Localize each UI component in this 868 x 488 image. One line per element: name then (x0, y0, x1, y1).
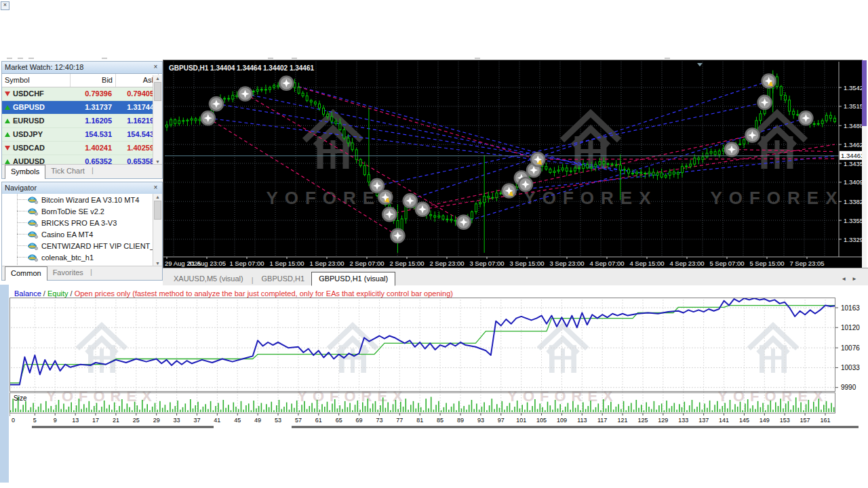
navigator-ea-item[interactable]: BRICKS PRO EA 3-V3 (2, 217, 153, 228)
price-direction-icon (5, 119, 10, 123)
svg-text:1.34355: 1.34355 (844, 160, 862, 167)
tab-xauusd-m5-visual[interactable]: XAUUSD,M5 (visual) (167, 272, 250, 285)
close-icon[interactable]: × (1, 1, 9, 10)
ask-value: 1.31744 (115, 101, 157, 114)
market-watch-scrollbar[interactable]: ▲ ▼ (153, 75, 162, 165)
price-direction-icon (5, 132, 10, 137)
tab-separator: | (89, 266, 94, 277)
tab-common[interactable]: Common (5, 266, 47, 281)
svg-text:49: 49 (254, 417, 261, 424)
ea-name-label: colenak_btc_h1 (41, 253, 94, 262)
svg-text:145: 145 (739, 417, 749, 424)
market-watch-rows: USDCHF 0.79396 0.79405 GBPUSD 1.31737 1.… (2, 87, 162, 169)
svg-text:10120: 10120 (841, 324, 860, 331)
svg-text:149: 149 (760, 417, 770, 424)
tab-gbpusd-h1[interactable]: GBPUSD,H1 (255, 272, 312, 285)
ask-value: 0.79405 (115, 87, 157, 100)
svg-text:YOFOREX: YOFOREX (46, 388, 157, 405)
close-icon[interactable]: × (151, 184, 160, 192)
market-watch-row[interactable]: EURUSD 1.16205 1.16219 (2, 115, 162, 128)
navigator-ea-item[interactable]: Bitcoin Wizard EA V3.10 MT4 (2, 194, 153, 205)
svg-text:1 Sep 07:00: 1 Sep 07:00 (229, 260, 264, 267)
svg-text:157: 157 (800, 417, 810, 424)
tab-favorites[interactable]: Favorites (47, 266, 89, 280)
market-watch-row[interactable]: USDCAD 1.40241 1.40259 (2, 142, 162, 155)
market-watch-row[interactable]: USDJPY 154.531 154.543 (2, 128, 162, 142)
tab-symbols[interactable]: Symbols (5, 165, 45, 179)
svg-text:77: 77 (396, 417, 403, 424)
svg-text:2 Sep 15:00: 2 Sep 15:00 (389, 260, 424, 267)
svg-text:41: 41 (214, 417, 220, 424)
ea-name-label: Casino EA MT4 (41, 230, 93, 239)
price-direction-icon (5, 159, 10, 164)
svg-text:9: 9 (54, 417, 57, 424)
scrollbar-thumb[interactable] (154, 201, 161, 220)
svg-text:5 Sep 07:00: 5 Sep 07:00 (709, 260, 744, 267)
navigator-ea-item[interactable]: CENTWIZARD HFT VIP CLIENT_ (2, 240, 153, 251)
svg-text:YOFOREX: YOFOREX (507, 388, 618, 405)
svg-text:57: 57 (295, 417, 302, 424)
svg-text:1.34461: 1.34461 (841, 152, 862, 159)
svg-text:10033: 10033 (841, 364, 860, 371)
expert-advisor-icon (28, 207, 38, 216)
svg-text:109: 109 (557, 417, 567, 424)
navigator-title: Navigator (5, 184, 37, 192)
svg-text:89: 89 (457, 417, 464, 424)
svg-text:7 Sep 23:05: 7 Sep 23:05 (789, 260, 824, 267)
tab-next-icon[interactable]: ► (852, 276, 863, 282)
market-watch-header: Symbol Bid Ask (2, 74, 162, 87)
svg-text:61: 61 (315, 417, 322, 424)
bid-value: 1.16205 (70, 115, 115, 127)
market-watch-row[interactable]: GBPUSD 1.31737 1.31744 (2, 101, 162, 115)
svg-text:29: 29 (153, 417, 160, 424)
tab-scroll-arrows: ◄► (841, 276, 863, 282)
tab-gbpusd-h1-visual[interactable]: GBPUSD,H1 (visual) (311, 272, 395, 286)
price-direction-icon (5, 146, 10, 150)
svg-text:2 Sep 07:00: 2 Sep 07:00 (349, 260, 384, 267)
svg-text:105: 105 (536, 417, 547, 424)
tab-prev-icon[interactable]: ◄ (841, 276, 852, 282)
window-scrollbar[interactable] (862, 60, 867, 268)
svg-text:31 Aug 23:05: 31 Aug 23:05 (188, 260, 226, 267)
scroll-down-icon[interactable]: ▼ (153, 261, 162, 266)
navigator-ea-item[interactable]: colenak_btc_h1 (2, 251, 153, 263)
navigator-ea-item[interactable]: Casino EA MT4 (2, 228, 153, 240)
column-symbol[interactable]: Symbol (2, 74, 71, 87)
svg-text:153: 153 (780, 417, 790, 424)
tester-side-tab[interactable]: Tester (0, 464, 9, 481)
scrollbar-thumb[interactable] (862, 60, 867, 126)
svg-text:121: 121 (618, 417, 628, 424)
navigator-ea-item[interactable]: BornToDie SE v2.2 (2, 205, 153, 217)
scroll-up-icon[interactable]: ▲ (153, 195, 162, 199)
svg-text:1.35420: 1.35420 (844, 84, 862, 92)
tester-graph[interactable]: YOFOREXYOFOREXYOFOREXYOFOREX101631012010… (9, 287, 861, 450)
svg-text:45: 45 (234, 417, 241, 424)
svg-text:1.34885: 1.34885 (844, 122, 862, 129)
navigator-scrollbar[interactable]: ▲ ▼ (153, 194, 162, 266)
ea-name-label: BRICKS PRO EA 3-V3 (41, 219, 117, 227)
bid-value: 154.531 (70, 128, 115, 141)
svg-text:0: 0 (12, 417, 15, 424)
tab-tick-chart[interactable]: Tick Chart (45, 165, 90, 178)
scroll-up-icon[interactable]: ▲ (153, 76, 162, 81)
svg-text:1 Sep 23:00: 1 Sep 23:00 (309, 260, 344, 267)
svg-text:YOFOREX: YOFOREX (297, 388, 408, 405)
ask-value: 1.40259 (115, 142, 157, 155)
svg-text:65: 65 (336, 417, 342, 424)
svg-text:17: 17 (92, 417, 99, 424)
column-bid[interactable]: Bid (71, 74, 116, 87)
svg-text:5: 5 (33, 417, 37, 424)
svg-text:1.33820: 1.33820 (844, 198, 862, 205)
market-watch-row[interactable]: USDCHF 0.79396 0.79405 (2, 87, 162, 101)
svg-text:133: 133 (678, 417, 688, 424)
ea-name-label: Bitcoin Wizard EA V3.10 MT4 (41, 196, 139, 204)
gbpusd-h1-chart[interactable]: YOFOREXYOFOREXYOFOREX1.354201.351551.348… (163, 60, 862, 268)
scrollbar-thumb[interactable] (154, 82, 161, 101)
svg-text:81: 81 (416, 417, 423, 424)
svg-text:113: 113 (577, 417, 587, 424)
scroll-down-icon[interactable]: ▼ (153, 159, 162, 164)
close-icon[interactable]: × (151, 63, 160, 72)
tester-side-strip (0, 285, 9, 483)
market-watch-tabs: Symbols Tick Chart | (2, 164, 162, 178)
svg-text:YOFOREX: YOFOREX (717, 388, 829, 405)
